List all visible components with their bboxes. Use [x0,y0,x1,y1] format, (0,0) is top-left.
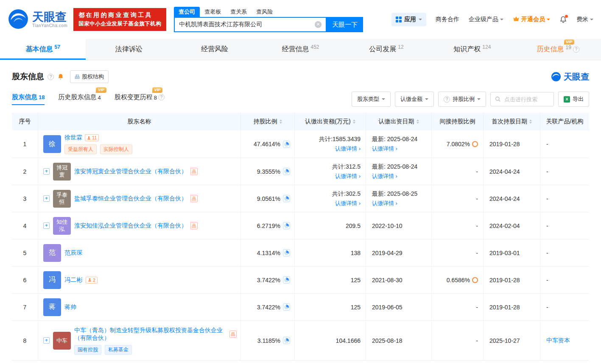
related-product-link[interactable]: 中车资本 [546,337,570,345]
shareholder-name-link[interactable]: 淮安博冠寰企业管理合伙企业（有限合伙） [74,168,187,175]
tag-beneficial-owner[interactable]: 受益所有人 [64,144,97,154]
indirect-ratio-icon[interactable] [472,277,478,283]
capital-date-cell: 最新: 2025-08-24 认缴详情 › [366,158,432,185]
col-header-ratio[interactable]: 持股比例 [241,113,295,131]
nav-cooperation[interactable]: 商务合作 [436,16,459,23]
shareholder-avatar[interactable]: 徐 [43,135,61,153]
date-detail-link[interactable]: 认缴详情 › [372,200,397,207]
pie-chart-icon[interactable] [283,222,290,229]
search-tab-relation[interactable]: 查关系 [226,7,252,17]
pie-chart-icon[interactable] [283,337,290,344]
pie-chart-icon[interactable] [283,195,290,202]
shareholder-avatar[interactable]: 范 [43,244,61,262]
table-row: 3 + 孚泰恒 盐城孚泰恒企业管理合伙企业（有限合伙） 品 9.0561% 共计… [12,185,589,212]
shareholder-name-link[interactable]: 中车（青岛）制造业转型升级私募股权投资基金合伙企业（有限合伙） [74,327,227,342]
help-icon[interactable]: ? [573,46,579,53]
nav-enterprise-product[interactable]: 企业级产品 [469,16,503,23]
shareholder-name-link[interactable]: 蒋帅 [64,303,76,311]
col-header-first-date[interactable]: 首次持股日期 [484,113,540,131]
tag-state-owned[interactable]: 国有控股 [74,345,101,355]
subscribe-bell-icon[interactable] [57,73,64,80]
equity-structure-button[interactable]: 品 股权结构 [70,70,109,83]
nav-open-vip[interactable]: 开通会员 [513,16,550,23]
date-detail-link[interactable]: 认缴详情 › [372,172,397,180]
shareholder-name-link[interactable]: 徐世霖 [64,134,82,142]
subtab-shareholder-info[interactable]: 股东信息18 [12,93,45,105]
shareholder-name-link[interactable]: 淮安知佳泓企业管理合伙企业（有限合伙） [74,222,187,230]
related-companies-badge[interactable]: 2 [86,277,98,283]
shareholder-avatar[interactable]: 冯 [43,271,61,289]
pie-chart-icon[interactable] [283,168,290,175]
date-detail-link[interactable]: 认缴详情 › [372,145,397,153]
expand-button[interactable]: + [43,168,50,175]
shareholder-avatar[interactable]: 蒋 [43,298,61,316]
filter-subscribed-amount[interactable]: 认缴金额 [395,92,434,107]
pie-chart-icon[interactable] [283,276,290,283]
sort-icon[interactable] [417,119,419,124]
tab-basic-info[interactable]: 基本信息57 [0,39,86,60]
expand-button[interactable]: + [43,337,50,344]
sort-icon[interactable] [280,119,282,124]
shareholder-name-link[interactable]: 范辰琛 [64,249,82,257]
col-header-capital[interactable]: 认缴出资额(万元) [295,113,366,131]
pie-chart-icon[interactable] [283,141,290,148]
pie-chart-icon[interactable] [283,249,290,256]
equity-structure-icon[interactable]: 品 [229,331,237,338]
col-header-capital-date[interactable]: 认缴出资日期 [366,113,432,131]
indirect-ratio-cell: - [432,212,484,239]
capital-cell: 209.5 [295,212,366,239]
tianyancha-logo[interactable]: 天眼查 TianYanCha.com [8,8,67,31]
shareholder-name-link[interactable]: 冯二彬 [64,276,82,284]
shareholder-name-link[interactable]: 盐城孚泰恒企业管理合伙企业（有限合伙） [74,195,187,203]
ratio-cell: 3.7422% [241,267,295,293]
capital-detail-link[interactable]: 认缴详情 › [335,145,361,153]
table-search-box[interactable] [490,92,554,106]
indirect-ratio-icon[interactable] [472,141,478,147]
table-search-input[interactable] [503,96,549,103]
search-tab-company[interactable]: 查公司 [174,7,200,17]
pie-chart-icon[interactable] [283,303,290,311]
tab-operating-info[interactable]: 经营信息452 [257,39,343,60]
tab-operating-risk[interactable]: 经营风险 [172,39,257,60]
first-holding-date: 2019-01-28 [484,294,540,320]
search-tab-boss[interactable]: 查老板 [200,7,226,17]
filter-shareholder-type[interactable]: 股东类型 [352,92,391,107]
clear-search-icon[interactable]: ✕ [315,21,321,28]
search-input[interactable] [175,21,315,28]
tab-history-info[interactable]: 历史信息 VIP19 ? [515,39,601,60]
expand-button[interactable]: + [43,222,50,229]
related-companies-badge[interactable]: 11 [85,134,99,141]
nav-app-menu[interactable]: 应用 [391,13,426,26]
nav-user-menu[interactable]: 费米 [576,16,593,23]
shareholder-avatar[interactable]: 孚泰恒 [53,190,71,208]
sort-icon[interactable] [353,119,355,124]
notification-bell-icon[interactable] [559,16,567,23]
shareholder-avatar[interactable]: 知佳泓 [53,217,71,235]
filter-shareholding-ratio[interactable]: ? 持股比例 [438,92,486,107]
ratio-cell: 47.4614% [241,131,295,158]
shareholder-avatar[interactable]: 博冠寰 [53,163,71,181]
capital-detail-link[interactable]: 认缴详情 › [335,200,361,207]
equity-structure-icon[interactable]: 品 [190,195,198,202]
shareholder-cell: + 孚泰恒 盐城孚泰恒企业管理合伙企业（有限合伙） 品 [38,185,241,212]
sort-icon[interactable] [529,119,532,124]
subtab-history-shareholders[interactable]: 历史股东信息 VIP4 [58,93,101,105]
tab-company-development[interactable]: 公司发展12 [344,39,429,60]
expand-button[interactable]: + [43,195,50,202]
tab-intellectual-property[interactable]: 知识产权124 [429,39,515,60]
equity-structure-icon[interactable]: 品 [190,222,198,229]
tab-legal-litigation[interactable]: 法律诉讼 [86,39,171,60]
tag-actual-controller[interactable]: 实际控制人 [100,144,132,154]
tianyancha-logo-icon [8,8,29,31]
help-icon[interactable]: ? [158,94,165,100]
table-row: 2 + 博冠寰 淮安博冠寰企业管理合伙企业（有限合伙） 品 9.3555% 共计… [12,158,589,185]
search-tab-risk[interactable]: 查风险 [252,7,277,17]
export-button[interactable]: X 导出 [558,92,589,107]
subtab-equity-change-history[interactable]: 股权变更历程 VIP8 ? [115,93,165,105]
search-button[interactable]: 天眼一下 [327,17,363,32]
shareholder-avatar[interactable]: 中车 [53,332,71,350]
tag-private-fund[interactable]: 私募基金 [105,345,132,355]
capital-detail-link[interactable]: 认缴详情 › [335,172,361,180]
equity-structure-icon[interactable]: 品 [190,168,198,175]
help-icon[interactable]: ? [48,74,54,80]
